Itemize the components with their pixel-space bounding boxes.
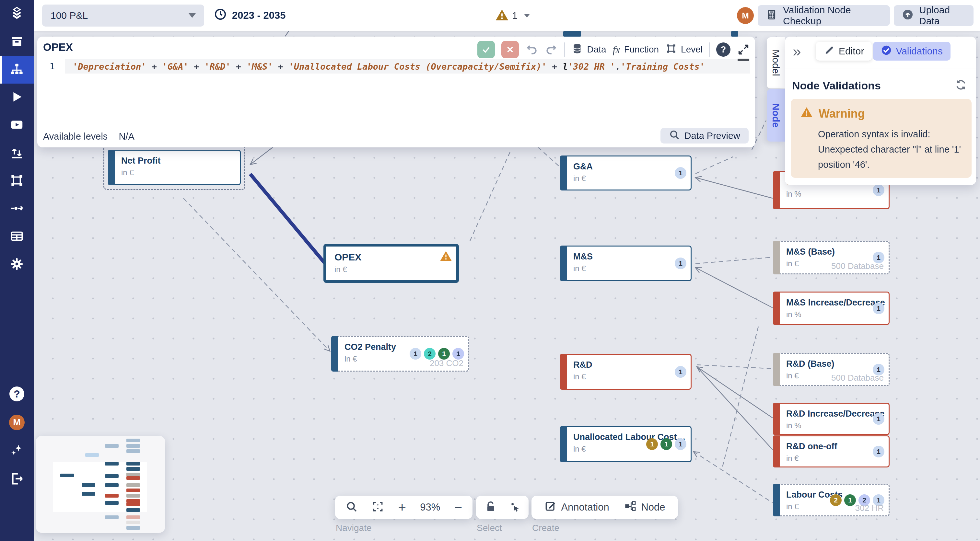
tab-validations[interactable]: Validations [873, 42, 950, 60]
formula-segment: '302 HR ' [568, 62, 615, 71]
data-preview-button[interactable]: Data Preview [660, 128, 749, 143]
scenario-badge: 1 [675, 167, 686, 179]
sidebar-item-reports[interactable] [0, 223, 34, 251]
levels-icon [10, 173, 24, 189]
warning-count: 1 [512, 10, 517, 21]
sidebar-item-presentations[interactable] [0, 111, 34, 139]
sidebar-item-model-hierarchy[interactable] [0, 56, 34, 84]
node-title: G&A [573, 162, 688, 172]
top-bar: 100 P&L 2023 - 2035 1 M Validation Node … [34, 0, 980, 31]
minimap-node [105, 474, 119, 478]
divider [564, 43, 565, 57]
time-range[interactable]: 2023 - 2035 [214, 8, 285, 23]
expand-editor-button[interactable] [737, 43, 750, 56]
node-ms-base[interactable]: M&S (Base)in €1500 Database [773, 241, 889, 274]
node-unit: in € [121, 168, 240, 177]
create-annotation-button[interactable]: Annotation [544, 500, 609, 515]
select-group-label: Select [477, 523, 502, 533]
node-color-bar [560, 155, 567, 190]
node-labour-costs[interactable]: Labour Costsin €2121302 HR [773, 484, 889, 516]
fit-view-icon[interactable] [372, 500, 384, 514]
minimap-node [82, 483, 95, 487]
minimap-node [105, 462, 119, 465]
minimap[interactable] [36, 436, 165, 533]
editor-help-button[interactable]: ? [716, 43, 730, 57]
refresh-validations-button[interactable] [955, 79, 967, 91]
zoom-out-button[interactable]: − [454, 500, 463, 514]
node-rnd-base[interactable]: R&D (Base)in €1500 Database [773, 353, 889, 386]
sidebar-item-import-export[interactable] [0, 139, 34, 167]
minimap-node [82, 492, 95, 496]
help-button[interactable]: ? [0, 380, 34, 408]
minimap-node [126, 462, 140, 465]
node-title: OPEX [334, 252, 454, 263]
sidebar-item-settings[interactable] [0, 251, 34, 279]
discard-formula-button[interactable] [501, 41, 519, 58]
zoom-in-button[interactable]: + [398, 500, 406, 514]
tab-model[interactable]: Model [767, 37, 785, 89]
minimap-node [126, 516, 140, 519]
node-co2-penalty[interactable]: CO2 Penaltyin €1211203 CO2 [331, 336, 469, 371]
node-net-profit[interactable]: Net Profitin € [108, 150, 241, 185]
node-color-bar [773, 435, 780, 468]
create-node-button[interactable]: Node [624, 500, 665, 515]
node-ms-increase-decrease[interactable]: M&S Increase/Decreasein %1 [773, 292, 889, 325]
node-rnd-one-off[interactable]: R&D one-offin €1 [773, 435, 889, 468]
navigate-toolbar: + 93% − [335, 496, 473, 519]
validation-node-checkup-button[interactable]: Validation Node Checkup [758, 5, 890, 26]
formula-segment: + [189, 62, 205, 71]
zoom-search-icon[interactable] [345, 500, 358, 514]
formula-scrollbar[interactable] [738, 59, 749, 61]
lock-icon[interactable] [485, 500, 497, 514]
sidebar-item-workflows[interactable] [0, 195, 34, 223]
redo-button[interactable] [545, 43, 558, 56]
scenario-badge: 2 [424, 348, 436, 360]
insert-level-button[interactable]: Level [665, 43, 703, 57]
sidebar-item-simulations[interactable] [0, 84, 34, 111]
node-title: M&S Increase/Decrease [786, 298, 886, 308]
formula-input[interactable]: 'Depreciation' + 'G&A' + 'R&D' + 'M&S' +… [65, 59, 750, 73]
tab-node[interactable]: Node [767, 89, 785, 141]
model-warnings-dropdown[interactable]: 1 [495, 0, 530, 31]
import-export-icon [10, 145, 24, 161]
logout-button[interactable] [0, 465, 34, 494]
minimap-node [126, 483, 140, 487]
node-ms[interactable]: M&Sin €1 [560, 246, 692, 281]
sidebar-item-data-storage[interactable] [0, 28, 34, 56]
user-avatar[interactable]: M [0, 408, 34, 437]
node-title: R&D (Base) [786, 359, 886, 369]
scenario-badge: 1 [646, 438, 658, 450]
scenario-select[interactable]: 100 P&L [42, 5, 204, 27]
node-rnd[interactable]: R&Din €1 [560, 354, 692, 390]
node-gna[interactable]: G&Ain €1 [560, 155, 692, 190]
formula-segment: 'Training Costs' [620, 62, 705, 71]
insert-data-button[interactable]: Data [571, 43, 606, 57]
check-circle-icon [881, 45, 892, 58]
undo-button[interactable] [525, 43, 538, 56]
minimap-node [126, 473, 140, 476]
minimap-node [126, 439, 140, 442]
node-color-bar [773, 241, 780, 274]
node-color-bar [108, 150, 115, 185]
minimap-node [126, 503, 140, 506]
ai-assistant-button[interactable] [0, 437, 34, 465]
minimap-node [126, 444, 140, 448]
tab-editor[interactable]: Editor [816, 42, 872, 60]
upload-data-button[interactable]: Upload Data [894, 5, 974, 26]
multi-select-cursor-icon[interactable] [508, 500, 520, 514]
sidebar-item-levels[interactable] [0, 167, 34, 195]
insert-function-button[interactable]: fx Function [613, 44, 659, 56]
node-rnd-increase-decrease[interactable]: R&D Increase/Decreasein %1 [773, 403, 889, 435]
node-unit: in € [573, 264, 690, 273]
formula-segment: + [231, 62, 247, 71]
node-source-label: 302 HR [855, 503, 884, 513]
available-levels-value: N/A [119, 131, 134, 142]
node-opex[interactable]: OPEXin € [323, 244, 459, 283]
node-unallocated-labour-costs[interactable]: Unallocated Labour Costs (O…in €111 [560, 426, 692, 462]
scenario-badge: 1 [873, 184, 885, 196]
node-title: Net Profit [121, 156, 237, 166]
topbar-avatar[interactable]: M [737, 7, 754, 24]
apply-formula-button[interactable] [477, 41, 495, 58]
collapse-panel-button[interactable]: » [793, 44, 801, 59]
sidebar-item-app-logo[interactable] [0, 0, 34, 28]
